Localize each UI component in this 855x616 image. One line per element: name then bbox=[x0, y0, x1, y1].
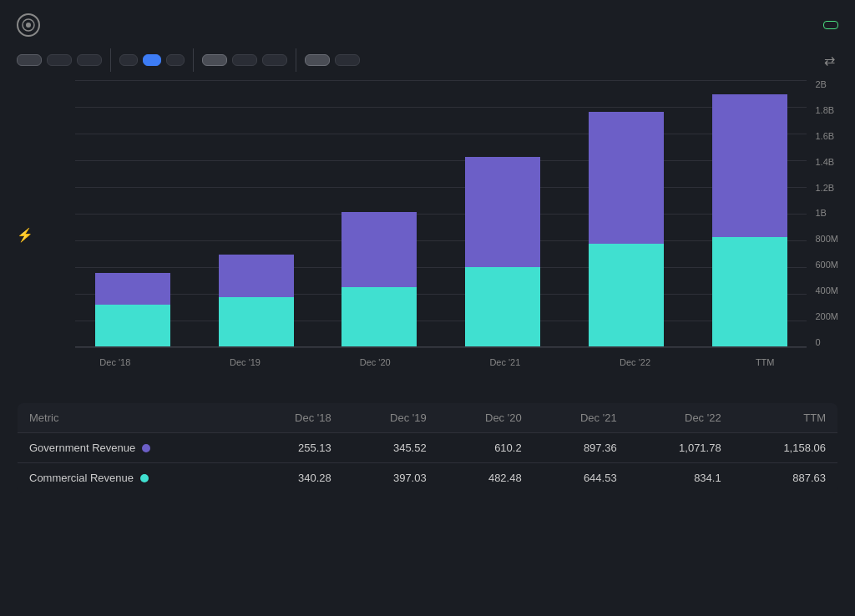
unit-m-button[interactable] bbox=[143, 54, 161, 66]
y-axis-label: 200M bbox=[815, 312, 838, 321]
bar-group bbox=[95, 273, 170, 346]
table-data-cell: 897.36 bbox=[534, 433, 629, 463]
table-data-cell: 887.63 bbox=[733, 463, 838, 493]
divider-1 bbox=[110, 48, 111, 72]
bar-group bbox=[712, 94, 787, 346]
logo-icon bbox=[17, 13, 40, 37]
table-data-cell: 1,158.06 bbox=[733, 433, 838, 463]
commercial-bar-segment bbox=[465, 267, 540, 346]
verified-badge bbox=[823, 21, 838, 29]
government-bar-segment bbox=[341, 212, 417, 287]
table-data-cell: 340.28 bbox=[248, 463, 343, 493]
bars-container bbox=[75, 80, 807, 347]
y-axis-label: 1.4B bbox=[815, 158, 838, 167]
y-axis-label: 0 bbox=[815, 338, 838, 347]
table-data-cell: 1,071.78 bbox=[629, 433, 733, 463]
stacked-bar[interactable] bbox=[589, 112, 664, 346]
metric-label-cell: Government Revenue bbox=[18, 433, 248, 463]
table-header-cell: TTM bbox=[733, 403, 838, 433]
stacked-bar[interactable] bbox=[95, 273, 170, 346]
x-axis-label: Dec '22 bbox=[570, 357, 701, 367]
table-row: Government Revenue255.13345.52610.2897.3… bbox=[18, 433, 838, 463]
chart-stacked-area-button[interactable] bbox=[232, 54, 257, 66]
y-axis-label: 2B bbox=[815, 80, 838, 89]
x-axis-label: Dec '19 bbox=[180, 357, 311, 367]
y-axis-label: 600M bbox=[815, 260, 838, 270]
government-bar-segment bbox=[465, 157, 540, 267]
y-axis-label: 1B bbox=[815, 209, 838, 218]
bar-group bbox=[341, 212, 417, 346]
stacked-bar[interactable] bbox=[712, 94, 787, 346]
commercial-bar-segment bbox=[712, 237, 787, 346]
divider-2 bbox=[193, 48, 194, 72]
government-bar-segment bbox=[589, 112, 664, 244]
stacked-bar[interactable] bbox=[341, 212, 417, 346]
com-dot bbox=[140, 474, 149, 482]
government-bar-segment bbox=[219, 255, 294, 297]
svg-point-1 bbox=[26, 23, 31, 28]
table-header-cell: Dec '20 bbox=[438, 403, 534, 433]
y-axis-label: 1.8B bbox=[815, 106, 838, 115]
table-data-cell: 345.52 bbox=[343, 433, 438, 463]
bar-group bbox=[465, 157, 540, 346]
table-header-cell: Metric bbox=[18, 403, 248, 433]
expand-icon[interactable]: ⇄ bbox=[821, 49, 838, 72]
government-bar-segment bbox=[95, 273, 170, 305]
commercial-bar-segment bbox=[341, 287, 417, 346]
bar-group bbox=[219, 255, 294, 346]
metric-label-cell: Commercial Revenue bbox=[18, 463, 248, 493]
chart-grouped-bar-button[interactable] bbox=[262, 54, 287, 66]
government-bar-segment bbox=[712, 94, 787, 237]
table-data-cell: 834.1 bbox=[629, 463, 733, 493]
y-axis-label: 400M bbox=[815, 286, 838, 295]
table-header-cell: Dec '18 bbox=[248, 403, 343, 433]
chart-wrapper: 2B1.8B1.6B1.4B1.2B1B800M600M400M200M0 De… bbox=[17, 80, 838, 389]
table-header-cell: Dec '19 bbox=[343, 403, 438, 433]
commercial-bar-segment bbox=[219, 297, 294, 346]
stacked-bar[interactable] bbox=[465, 157, 540, 346]
gov-dot bbox=[142, 444, 150, 452]
data-table: MetricDec '18Dec '19Dec '20Dec '21Dec '2… bbox=[17, 402, 838, 493]
period-trailing-button[interactable] bbox=[77, 54, 102, 66]
table-data-cell: 397.03 bbox=[343, 463, 438, 493]
stacked-bar[interactable] bbox=[219, 255, 294, 346]
x-axis-label: TTM bbox=[700, 357, 830, 367]
table-data-cell: 644.53 bbox=[534, 463, 629, 493]
table-data-cell: 482.48 bbox=[438, 463, 534, 493]
page-header bbox=[17, 13, 838, 37]
divider-3 bbox=[296, 48, 296, 72]
bar-group bbox=[589, 112, 664, 346]
period-quarterly-button[interactable] bbox=[47, 54, 72, 66]
commercial-bar-segment bbox=[589, 244, 664, 346]
table-header-cell: Dec '22 bbox=[629, 403, 733, 433]
display-percent-button[interactable] bbox=[335, 54, 360, 66]
unit-k-button[interactable] bbox=[119, 54, 138, 66]
toolbar: ⇄ bbox=[17, 48, 838, 72]
chart-area: ⚡ 2B1.8B1.6B1.4B1.2B1B800M600M400M200M0 bbox=[17, 80, 838, 389]
display-original-button[interactable] bbox=[305, 54, 330, 66]
y-axis-label: 1.6B bbox=[815, 132, 838, 141]
x-axis-label: Dec '20 bbox=[310, 357, 440, 367]
y-axis-label: 1.2B bbox=[815, 184, 838, 193]
table-data-cell: 255.13 bbox=[248, 433, 343, 463]
period-annual-button[interactable] bbox=[17, 54, 42, 66]
x-axis-label: Dec '18 bbox=[50, 357, 180, 367]
x-axis-label: Dec '21 bbox=[440, 357, 570, 367]
table-data-cell: 610.2 bbox=[438, 433, 534, 463]
table-row: Commercial Revenue340.28397.03482.48644.… bbox=[18, 463, 838, 493]
y-axis-labels bbox=[42, 80, 75, 347]
y-axis-right: 2B1.8B1.6B1.4B1.2B1B800M600M400M200M0 bbox=[807, 80, 838, 347]
chart-stacked-bar-button[interactable] bbox=[202, 54, 227, 66]
commercial-bar-segment bbox=[95, 305, 170, 346]
table-header-cell: Dec '21 bbox=[534, 403, 629, 433]
unit-b-button[interactable] bbox=[166, 54, 185, 66]
x-axis-labels: Dec '18Dec '19Dec '20Dec '21Dec '22TTM bbox=[42, 347, 838, 367]
y-axis-label: 800M bbox=[815, 235, 838, 244]
